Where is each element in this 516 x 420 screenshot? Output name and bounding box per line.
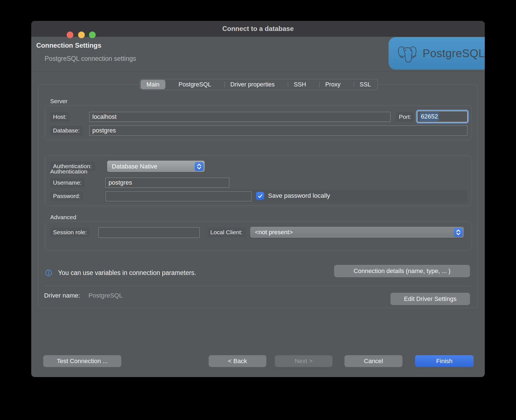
- username-input[interactable]: [105, 178, 229, 188]
- window-title: Connect to a database: [222, 25, 294, 33]
- session-role-input[interactable]: [98, 227, 200, 238]
- local-client-label: Local Client:: [208, 228, 245, 237]
- brand-name: PostgreSQL: [423, 47, 485, 60]
- postgresql-elephant-icon: [396, 40, 419, 67]
- driver-name-value: PostgreSQL: [88, 292, 123, 299]
- screen: Connect to a database Connection Setting…: [0, 0, 516, 420]
- info-icon: [45, 269, 52, 276]
- username-label: Username:: [50, 178, 85, 187]
- close-window-button[interactable]: [67, 32, 73, 38]
- test-connection-button[interactable]: Test Connection ...: [43, 355, 121, 367]
- session-role-label: Session role:: [50, 228, 90, 237]
- database-input[interactable]: [89, 125, 467, 136]
- postgresql-brand-badge: PostgreSQL: [389, 37, 485, 70]
- authentication-selected-value: Database Native: [112, 163, 195, 170]
- database-label: Database:: [50, 126, 83, 135]
- port-selected-text: 62652: [420, 112, 439, 121]
- password-input[interactable]: [105, 191, 252, 201]
- authentication-label: Authentication:: [50, 161, 95, 171]
- advanced-section-header: Advanced: [50, 214, 76, 221]
- zoom-window-button[interactable]: [89, 32, 96, 38]
- connection-details-button[interactable]: Connection details (name, type, ... ): [334, 265, 470, 277]
- tab-ssh[interactable]: SSH: [288, 80, 312, 89]
- local-client-selected-value: <not present>: [255, 229, 454, 236]
- minimize-window-button[interactable]: [78, 32, 85, 38]
- next-button[interactable]: Next >: [275, 355, 332, 367]
- password-label: Password:: [50, 191, 83, 201]
- driver-row-divider: [45, 286, 472, 286]
- driver-name-label: Driver name:: [44, 292, 80, 299]
- tab-driver-properties[interactable]: Driver properties: [225, 80, 281, 89]
- select-chevrons-icon: [195, 162, 204, 171]
- port-label: Port:: [396, 112, 414, 122]
- edit-driver-settings-button[interactable]: Edit Driver Settings: [390, 293, 470, 305]
- variables-hint-text: You can use variables in connection para…: [58, 269, 196, 277]
- local-client-select[interactable]: <not present>: [250, 227, 464, 238]
- finish-button[interactable]: Finish: [415, 355, 474, 367]
- tab-postgresql[interactable]: PostgreSQL: [173, 80, 217, 89]
- page-title: Connection Settings: [36, 42, 101, 49]
- checkmark-icon: [257, 193, 263, 199]
- tab-main[interactable]: Main: [141, 80, 165, 89]
- back-button[interactable]: < Back: [209, 355, 266, 367]
- cancel-button[interactable]: Cancel: [344, 355, 402, 367]
- server-section-header: Server: [50, 98, 67, 105]
- page-subtitle: PostgreSQL connection settings: [45, 55, 136, 62]
- save-password-checkbox[interactable]: [256, 192, 264, 200]
- select-chevrons-icon: [454, 228, 463, 237]
- port-input[interactable]: 62652: [417, 111, 468, 122]
- save-password-label: Save password locally: [268, 192, 330, 199]
- host-label: Host:: [50, 112, 69, 122]
- tab-proxy[interactable]: Proxy: [319, 80, 346, 89]
- tab-bar: Main PostgreSQL Driver properties SSH Pr…: [139, 79, 378, 90]
- titlebar: Connect to a database: [31, 21, 485, 37]
- connect-dialog-window: Connect to a database Connection Setting…: [31, 21, 485, 377]
- host-input[interactable]: [89, 112, 390, 122]
- header-divider: [31, 71, 485, 71]
- tab-ssl[interactable]: SSL: [354, 80, 377, 89]
- authentication-select[interactable]: Database Native: [107, 161, 205, 172]
